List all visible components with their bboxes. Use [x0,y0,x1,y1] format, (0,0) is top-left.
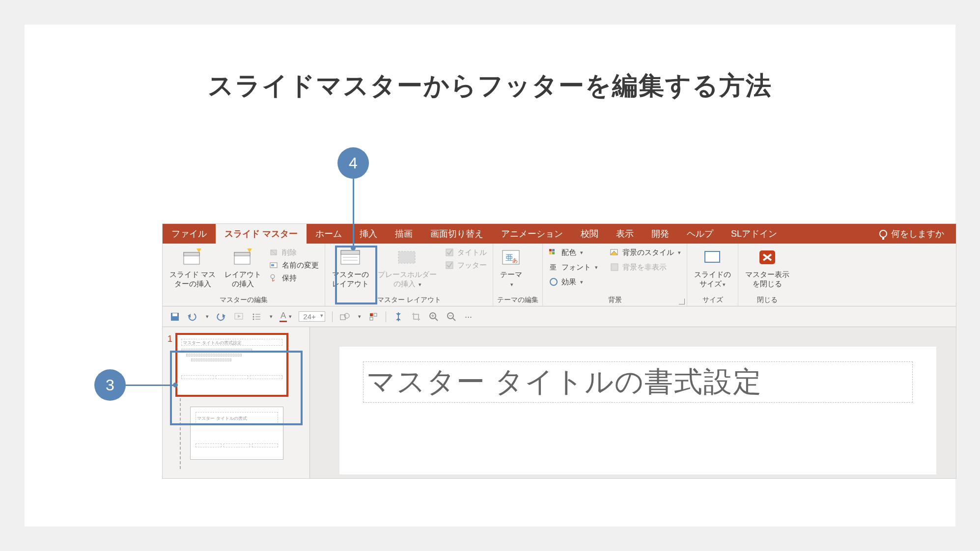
tab-strip: ファイル スライド マスター ホーム 挿入 描画 画面切り替え アニメーション … [163,224,956,244]
theme-icon: 亜あ [501,247,522,268]
group-size: スライドの サイズ▾ サイズ [687,244,738,306]
bg-styles-icon [610,248,619,257]
svg-rect-9 [271,264,274,266]
zoom-out-icon[interactable] [446,311,457,322]
group-master-layout: マスターの レイアウト プレースホルダー の挿入 ▾ タイ [325,244,493,306]
slide-size-button[interactable]: スライドの サイズ▾ [691,246,734,290]
svg-marker-50 [396,318,401,320]
insert-placeholder-button: プレースホルダー の挿入 ▾ [375,246,440,290]
qat-divider [332,311,333,322]
delete-label: 削除 [282,248,297,257]
tab-sl-addin[interactable]: SLアドイン [722,224,786,244]
title-checkbox-label: タイトル [457,248,487,257]
insert-layout-button[interactable]: レイアウト の挿入 [222,246,264,290]
close-icon [756,247,778,268]
tab-developer[interactable]: 開発 [643,224,678,244]
colors-button[interactable]: 配色▾ [547,247,600,258]
tab-help[interactable]: ヘルプ [678,224,722,244]
qat-divider-2 [386,311,386,322]
background-dialog-launcher[interactable] [679,299,685,304]
tab-transitions[interactable]: 画面切り替え [421,224,492,244]
insert-slide-master-label: スライド マス ターの挿入 [169,270,216,289]
page-heading: スライドマスターからフッターを編集する方法 [208,69,772,103]
svg-marker-2 [196,248,201,252]
svg-point-37 [253,313,254,315]
tab-file[interactable]: ファイル [163,224,216,244]
slide-canvas[interactable]: マスター タイトルの書式設定 [339,347,936,474]
master-thumbnail-slide: マスター タイトルの書式設定 [175,333,288,397]
slide-master-icon [182,247,203,268]
insert-layout-label: レイアウト の挿入 [224,270,261,289]
master-layout-button[interactable]: マスターの レイアウト [329,246,372,290]
checkbox-checked-icon [445,248,454,257]
effects-button[interactable]: 効果▾ [547,276,600,288]
tab-draw[interactable]: 描画 [386,224,421,244]
callout-4-leader [353,179,354,248]
fonts-button[interactable]: 亜 フォント▾ [547,261,600,273]
shapes-icon[interactable] [339,311,350,322]
preserve-label: 保持 [282,274,297,283]
tab-slide-master[interactable]: スライド マスター [216,224,307,244]
svg-marker-49 [396,313,401,316]
tab-review[interactable]: 校閲 [572,224,607,244]
bullets-chevron-icon[interactable]: ▾ [270,313,273,320]
svg-point-41 [253,318,254,320]
callout-3-leader [126,385,175,386]
svg-rect-32 [172,313,177,316]
tell-me-search[interactable]: 何をしますか [868,224,956,244]
svg-rect-45 [370,313,373,316]
group-edit-theme-label: テーマの編集 [497,295,538,306]
bg-styles-button[interactable]: 背景のスタイル▾ [608,247,683,258]
svg-line-52 [435,318,438,321]
hide-bg-label: 背景を非表示 [622,263,667,272]
workspace: 1 マスター タイトルの書式設定 マスター タイトルの書 [163,327,956,478]
align-icon[interactable] [393,311,404,322]
svg-rect-46 [374,313,377,316]
checkbox-icon [610,262,619,272]
callout-3: 3 [94,369,126,401]
colors-label: 配色 [561,248,576,257]
svg-point-26 [550,278,557,285]
tab-insert[interactable]: 挿入 [351,224,386,244]
preserve-button[interactable]: 保持 [267,272,321,284]
font-size-combo[interactable]: 24+ [299,311,325,322]
colors-icon [549,248,559,257]
tab-animations[interactable]: アニメーション [492,224,572,244]
qat-overflow-icon[interactable]: ⋯ [465,312,472,321]
svg-rect-22 [552,249,555,251]
rename-button[interactable]: 名前の変更 [267,259,321,271]
save-icon[interactable] [169,311,180,322]
svg-point-10 [271,275,275,278]
theme-button[interactable]: 亜あ テーマ▾ [497,246,525,290]
slide-editor[interactable]: マスター タイトルの書式設定 [310,327,956,478]
svg-line-56 [453,318,455,321]
slide-title-placeholder[interactable]: マスター タイトルの書式設定 [363,361,913,403]
section-icon[interactable] [368,311,379,322]
tab-view[interactable]: 表示 [607,224,643,244]
redo-icon[interactable] [216,311,226,322]
group-edit-master-label: マスターの編集 [167,295,321,306]
tab-home[interactable]: ホーム [307,224,351,244]
close-master-view-button[interactable]: マスター表示 を閉じる [742,246,792,290]
bullets-icon[interactable] [251,311,262,322]
svg-rect-23 [549,252,552,254]
master-layout-icon [340,247,362,268]
mini-title: マスター タイトルの書式設定 [181,339,282,346]
layout-icon [232,247,254,268]
undo-icon[interactable] [187,311,198,322]
layout-thumbnail[interactable]: マスター タイトルの書式 [190,407,283,460]
svg-point-39 [253,316,254,317]
shapes-chevron-icon[interactable]: ▾ [358,313,361,320]
master-thumbnail[interactable]: 1 マスター タイトルの書式設定 [168,333,288,397]
slide-size-icon [702,247,724,268]
crop-icon [411,311,421,322]
footer-checkbox: フッター [443,259,489,271]
undo-chevron-icon[interactable]: ▾ [206,313,209,320]
zoom-in-icon[interactable] [428,311,439,322]
thumbnail-pane[interactable]: 1 マスター タイトルの書式設定 マスター タイトルの書 [163,327,310,478]
svg-rect-28 [611,264,618,271]
svg-rect-12 [341,250,360,254]
insert-slide-master-button[interactable]: スライド マス ターの挿入 [167,246,219,290]
group-background: 配色▾ 亜 フォント▾ 効果▾ [543,244,687,306]
font-color-button[interactable]: A▾ [280,311,292,322]
